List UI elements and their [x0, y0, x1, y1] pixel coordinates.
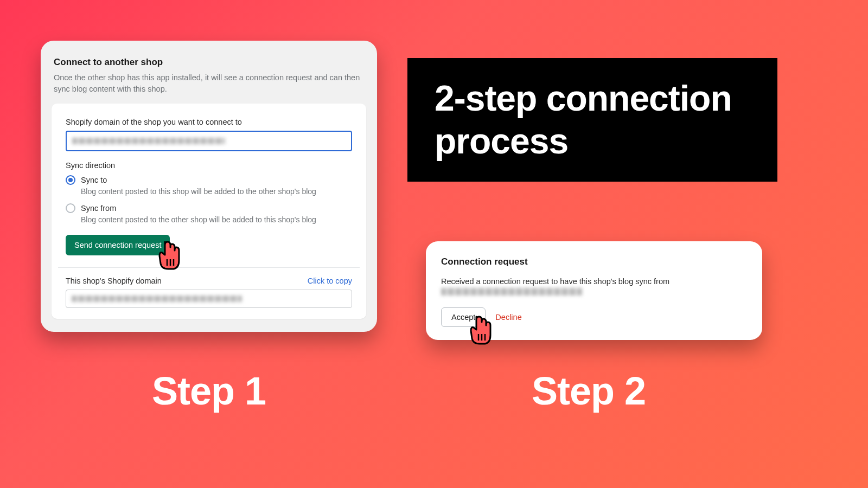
card2-actions: Accept Decline	[441, 307, 747, 327]
sync-direction-section: Sync direction Sync to Blog content post…	[66, 161, 352, 224]
radio-icon	[66, 175, 75, 185]
this-domain-label: This shop's Shopify domain	[66, 277, 162, 285]
card1-inner: Shopify domain of the shop you want to c…	[52, 104, 366, 319]
radio-sync-to[interactable]: Sync to	[66, 175, 352, 185]
step-2-label: Step 2	[532, 369, 646, 413]
accept-button[interactable]: Accept	[441, 307, 486, 327]
title-banner: 2-step connection process	[407, 58, 777, 182]
card2-msg: Received a connection request to have th…	[441, 277, 747, 286]
radio-sync-from[interactable]: Sync from	[66, 203, 352, 213]
connect-card: Connect to another shop Once the other s…	[41, 41, 377, 332]
card1-header: Connect to another shop Once the other s…	[41, 57, 377, 104]
send-connection-request-button[interactable]: Send connection request	[66, 235, 170, 255]
shopify-domain-input[interactable]	[66, 131, 352, 151]
domain-input-label: Shopify domain of the shop you want to c…	[66, 118, 352, 126]
radio-sync-to-label: Sync to	[81, 176, 107, 184]
card2-title: Connection request	[441, 256, 747, 267]
decline-link[interactable]: Decline	[495, 313, 521, 322]
card1-desc: Once the other shop has this app install…	[54, 72, 364, 95]
connection-request-card: Connection request Received a connection…	[426, 241, 762, 340]
domain-input-value	[72, 138, 225, 144]
sync-direction-label: Sync direction	[66, 161, 352, 170]
card1-title: Connect to another shop	[54, 57, 364, 68]
sync-from-help: Blog content posted to the other shop wi…	[81, 215, 352, 224]
click-to-copy-link[interactable]: Click to copy	[308, 277, 352, 285]
card2-source-domain	[441, 288, 582, 296]
this-shop-domain-field[interactable]	[66, 290, 352, 308]
banner-title: 2-step connection process	[435, 77, 750, 163]
step-1-label: Step 1	[152, 369, 266, 413]
divider	[58, 267, 360, 268]
radio-sync-from-label: Sync from	[81, 204, 116, 213]
this-domain-value	[72, 296, 242, 302]
this-domain-row: This shop's Shopify domain Click to copy	[66, 277, 352, 285]
radio-icon	[66, 203, 75, 213]
sync-to-help: Blog content posted to this shop will be…	[81, 187, 352, 196]
